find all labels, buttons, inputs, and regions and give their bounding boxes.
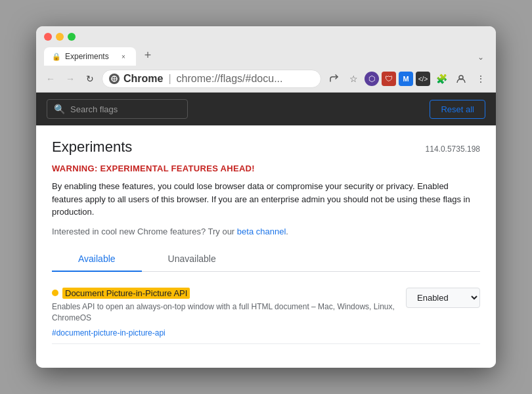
tab-available[interactable]: Available bbox=[52, 247, 142, 272]
active-tab[interactable]: 🔒 Experiments × bbox=[44, 47, 136, 66]
title-bar: 🔒 Experiments × + ⌄ bbox=[36, 26, 496, 66]
address-separator: | bbox=[168, 73, 171, 85]
reload-button[interactable]: ↻ bbox=[82, 71, 98, 87]
version-label: 114.0.5735.198 bbox=[426, 144, 480, 154]
experiments-content: Experiments 114.0.5735.198 WARNING: EXPE… bbox=[36, 125, 496, 367]
search-icon: 🔍 bbox=[54, 104, 65, 114]
traffic-lights bbox=[44, 33, 488, 41]
flags-list: Document Picture-in-Picture API Enables … bbox=[52, 272, 480, 355]
tab-unavailable[interactable]: Unavailable bbox=[142, 247, 242, 272]
tabs-row: 🔒 Experiments × + ⌄ bbox=[44, 46, 488, 66]
address-url-text: chrome://flags/#docu... bbox=[177, 73, 283, 85]
extension-m-button[interactable]: M bbox=[399, 72, 413, 86]
minimize-window-button[interactable] bbox=[56, 33, 64, 41]
extension-shield-button[interactable]: 🛡 bbox=[382, 72, 396, 86]
flags-search-area: 🔍 Reset all bbox=[36, 93, 496, 125]
extension-puzzle-button[interactable]: ⬡ bbox=[365, 72, 379, 86]
profile-button[interactable] bbox=[453, 70, 470, 87]
browser-window: 🔒 Experiments × + ⌄ ← → ↻ Chrome | chrom… bbox=[36, 26, 496, 367]
tab-close-button[interactable]: × bbox=[119, 52, 128, 61]
tab-strip-expand-button[interactable]: ⌄ bbox=[474, 51, 488, 63]
experiments-header: Experiments 114.0.5735.198 bbox=[52, 139, 480, 156]
warning-message: WARNING: EXPERIMENTAL FEATURES AHEAD! bbox=[52, 164, 480, 173]
maximize-window-button[interactable] bbox=[68, 33, 76, 41]
search-bar-container: 🔍 bbox=[47, 99, 188, 119]
back-button[interactable]: ← bbox=[43, 71, 58, 87]
more-options-button[interactable]: ⋮ bbox=[472, 70, 489, 87]
extension-code-button[interactable]: </> bbox=[416, 72, 430, 86]
beta-text-after: . bbox=[286, 227, 288, 236]
flag-name: Document Picture-in-Picture API bbox=[62, 288, 190, 299]
address-bar[interactable]: Chrome | chrome://flags/#docu... bbox=[102, 70, 321, 88]
close-window-button[interactable] bbox=[44, 33, 52, 41]
site-name: Chrome bbox=[123, 73, 163, 85]
extensions-button[interactable]: 🧩 bbox=[433, 70, 450, 87]
flag-name-row: Document Picture-in-Picture API bbox=[52, 288, 395, 299]
flag-description: Enables API to open an always-on-top win… bbox=[52, 301, 395, 324]
flag-highlight-dot bbox=[52, 290, 58, 296]
site-favicon bbox=[109, 74, 120, 84]
beta-channel-text: Interested in cool new Chrome features? … bbox=[52, 227, 480, 236]
beta-channel-link[interactable]: beta channel bbox=[237, 227, 286, 236]
search-flags-input[interactable] bbox=[70, 104, 181, 114]
forward-button[interactable]: → bbox=[62, 71, 78, 87]
beta-text-before: Interested in cool new Chrome features? … bbox=[52, 227, 237, 236]
bookmark-button[interactable]: ☆ bbox=[345, 70, 362, 87]
description-text: By enabling these features, you could lo… bbox=[52, 180, 480, 219]
tab-security-icon: 🔒 bbox=[52, 52, 61, 61]
flag-info: Document Picture-in-Picture API Enables … bbox=[52, 288, 395, 338]
flag-status-select[interactable]: Default Enabled Disabled bbox=[406, 288, 480, 308]
new-tab-button[interactable]: + bbox=[139, 46, 157, 64]
navigation-bar: ← → ↻ Chrome | chrome://flags/#docu... ☆… bbox=[36, 66, 496, 93]
nav-actions: ☆ ⬡ 🛡 M </> 🧩 ⋮ bbox=[325, 70, 489, 87]
tab-title: Experiments bbox=[65, 52, 115, 61]
reset-all-button[interactable]: Reset all bbox=[430, 100, 485, 119]
flag-item: Document Picture-in-Picture API Enables … bbox=[52, 282, 480, 344]
flag-tabs: Available Unavailable bbox=[52, 247, 480, 272]
share-button[interactable] bbox=[325, 70, 342, 87]
flag-anchor-link[interactable]: #document-picture-in-picture-api bbox=[52, 328, 166, 338]
page-title: Experiments bbox=[52, 139, 132, 156]
